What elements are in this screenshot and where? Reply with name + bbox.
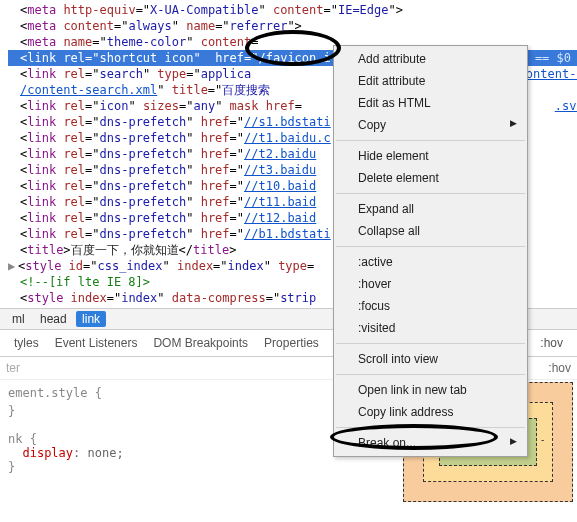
tab-dom-breakpoints[interactable]: DOM Breakpoints: [145, 332, 256, 354]
menu-separator: [336, 193, 525, 194]
tab-styles[interactable]: tyles: [6, 332, 47, 354]
chevron-right-icon: ▶: [510, 436, 517, 446]
style-rule[interactable]: nk {: [8, 432, 37, 446]
tab-properties[interactable]: Properties: [256, 332, 327, 354]
menu-edit-as-html[interactable]: Edit as HTML: [334, 92, 527, 114]
menu-pseudo-active[interactable]: :active: [334, 251, 527, 273]
menu-hide-element[interactable]: Hide element: [334, 145, 527, 167]
crumb-html[interactable]: ml: [6, 311, 31, 327]
menu-separator: [336, 427, 525, 428]
menu-separator: [336, 246, 525, 247]
menu-separator: [336, 374, 525, 375]
menu-collapse-all[interactable]: Collapse all: [334, 220, 527, 242]
crumb-link[interactable]: link: [76, 311, 106, 327]
chevron-right-icon: ▶: [510, 118, 517, 128]
menu-pseudo-visited[interactable]: :visited: [334, 317, 527, 339]
dom-node[interactable]: <meta content="always" name="referrer">: [8, 18, 577, 34]
menu-pseudo-focus[interactable]: :focus: [334, 295, 527, 317]
menu-add-attribute[interactable]: Add attribute: [334, 48, 527, 70]
filter-input[interactable]: ter: [6, 361, 20, 375]
hov-label[interactable]: :hov: [548, 361, 571, 375]
menu-edit-attribute[interactable]: Edit attribute: [334, 70, 527, 92]
menu-separator: [336, 140, 525, 141]
dom-node[interactable]: <meta http-equiv="X-UA-Compatible" conte…: [8, 2, 577, 18]
menu-delete-element[interactable]: Delete element: [334, 167, 527, 189]
menu-break-on[interactable]: Break on...▶: [334, 432, 527, 454]
context-menu: Add attribute Edit attribute Edit as HTM…: [333, 45, 528, 457]
menu-scroll-into-view[interactable]: Scroll into view: [334, 348, 527, 370]
menu-expand-all[interactable]: Expand all: [334, 198, 527, 220]
hov-toggle[interactable]: :hov: [540, 336, 571, 350]
crumb-head[interactable]: head: [34, 311, 73, 327]
menu-pseudo-hover[interactable]: :hover: [334, 273, 527, 295]
menu-copy-link-address[interactable]: Copy link address: [334, 401, 527, 423]
menu-copy[interactable]: Copy▶: [334, 114, 527, 136]
menu-open-link-new-tab[interactable]: Open link in new tab: [334, 379, 527, 401]
tab-event-listeners[interactable]: Event Listeners: [47, 332, 146, 354]
menu-separator: [336, 343, 525, 344]
